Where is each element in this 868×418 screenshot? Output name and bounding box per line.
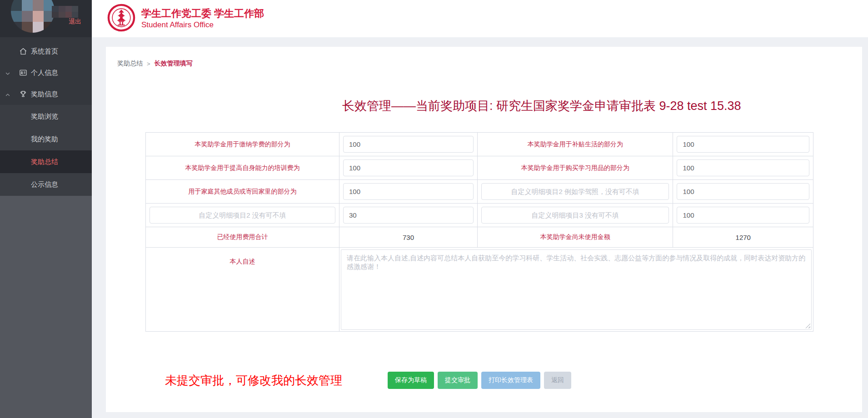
main-area: 奖助总结 > 长效管理填写 长效管理——当前奖助项目: 研究生国家奖学金申请审批… bbox=[92, 37, 868, 412]
sidebar-item-personal-info[interactable]: 个人信息 bbox=[0, 62, 92, 84]
form-footer: 未提交审批，可修改我的长效管理 保存为草稿 提交审批 打印长效管理表 返回 bbox=[117, 372, 851, 389]
sidebar-item-label: 个人信息 bbox=[31, 69, 58, 77]
living-label: 本奖助学金用于补贴生活的部分为 bbox=[478, 133, 673, 156]
breadcrumb-parent[interactable]: 奖助总结 bbox=[117, 60, 143, 68]
logout-button[interactable]: 退出 bbox=[69, 18, 81, 26]
breadcrumb-separator: > bbox=[147, 60, 150, 67]
chevron-up-icon bbox=[5, 91, 10, 99]
sidebar-submenu: 奖助浏览 我的奖助 奖助总结 公示信息 bbox=[0, 105, 92, 196]
personal-statement-textarea[interactable] bbox=[341, 249, 812, 330]
sidebar-item-label: 系统首页 bbox=[31, 47, 58, 56]
home-icon bbox=[19, 47, 27, 57]
sidebar-item-award-summary[interactable]: 奖助总结 bbox=[0, 150, 92, 173]
back-button[interactable]: 返回 bbox=[544, 372, 571, 389]
long-term-management-table: 本奖助学金用于缴纳学费的部分为 本奖助学金用于补贴生活的部分为 本奖助学金用于提… bbox=[145, 132, 813, 332]
used-total-value: 730 bbox=[339, 227, 478, 248]
tuition-label: 本奖助学金用于缴纳学费的部分为 bbox=[146, 133, 339, 156]
custom-item3-value-input[interactable] bbox=[677, 207, 809, 224]
training-label: 本奖助学金用于提高自身能力的培训费为 bbox=[146, 156, 339, 180]
living-input[interactable] bbox=[677, 136, 809, 153]
sidebar-item-my-awards[interactable]: 我的奖助 bbox=[0, 128, 92, 150]
used-total-label: 已经使用费用合计 bbox=[146, 227, 339, 248]
remaining-label: 本奖助学金尚未使用金额 bbox=[478, 227, 673, 248]
header-titles: 学生工作党工委 学生工作部 Student Affairs Office bbox=[141, 8, 264, 29]
sidebar-item-public-info[interactable]: 公示信息 bbox=[0, 173, 92, 196]
sidebar-item-label: 奖助信息 bbox=[31, 90, 58, 99]
breadcrumb-current: 长效管理填写 bbox=[155, 60, 193, 68]
sidebar: 退出 系统首页 个人信息 奖助信息 奖 bbox=[0, 0, 92, 418]
print-form-button[interactable]: 打印长效管理表 bbox=[481, 372, 540, 389]
family-input[interactable] bbox=[343, 183, 474, 200]
university-seal-logo bbox=[107, 4, 135, 34]
sidebar-item-home[interactable]: 系统首页 bbox=[0, 41, 92, 62]
custom-item2-value-input-left[interactable] bbox=[343, 207, 474, 224]
form-title: 长效管理——当前奖助项目: 研究生国家奖学金申请审批表 9-28 test 15… bbox=[342, 98, 851, 114]
avatar bbox=[11, 0, 55, 33]
trophy-icon bbox=[19, 90, 27, 100]
sidebar-filler bbox=[0, 196, 92, 418]
office-title-cn: 学生工作党工委 学生工作部 bbox=[141, 8, 264, 20]
sidebar-item-award-browse[interactable]: 奖助浏览 bbox=[0, 105, 92, 128]
statement-label: 本人自述 bbox=[146, 248, 339, 332]
custom-item3-name-input[interactable] bbox=[481, 207, 669, 224]
training-input[interactable] bbox=[343, 159, 474, 176]
app-header: 学生工作党工委 学生工作部 Student Affairs Office bbox=[92, 0, 868, 37]
tuition-input[interactable] bbox=[343, 136, 474, 153]
sidebar-menu: 系统首页 个人信息 奖助信息 奖助浏览 我的奖助 奖助总结 公示信息 bbox=[0, 37, 92, 196]
family-label: 用于家庭其他成员或寄回家里的部分为 bbox=[146, 180, 339, 204]
content-card: 奖助总结 > 长效管理填写 长效管理——当前奖助项目: 研究生国家奖学金申请审批… bbox=[106, 47, 862, 412]
supplies-input[interactable] bbox=[677, 159, 809, 176]
custom-item2-name-input-left[interactable] bbox=[150, 207, 335, 224]
custom-item2-value-input-right[interactable] bbox=[677, 183, 809, 200]
supplies-label: 本奖助学金用于购买学习用品的部分为 bbox=[478, 156, 673, 180]
status-notice: 未提交审批，可修改我的长效管理 bbox=[165, 373, 342, 388]
save-draft-button[interactable]: 保存为草稿 bbox=[388, 372, 434, 389]
custom-item2-name-input-right[interactable] bbox=[481, 183, 669, 200]
sidebar-profile: 退出 bbox=[0, 0, 92, 37]
breadcrumb: 奖助总结 > 长效管理填写 bbox=[117, 60, 851, 68]
chevron-down-icon bbox=[5, 70, 10, 78]
remaining-value: 1270 bbox=[673, 227, 813, 248]
avatar-pixelated-image bbox=[11, 0, 55, 33]
office-title-en: Student Affairs Office bbox=[141, 20, 264, 30]
id-card-icon bbox=[19, 69, 27, 78]
action-buttons: 保存为草稿 提交审批 打印长效管理表 返回 bbox=[388, 372, 571, 389]
sidebar-item-award-info[interactable]: 奖助信息 bbox=[0, 84, 92, 105]
submit-approval-button[interactable]: 提交审批 bbox=[438, 372, 478, 389]
